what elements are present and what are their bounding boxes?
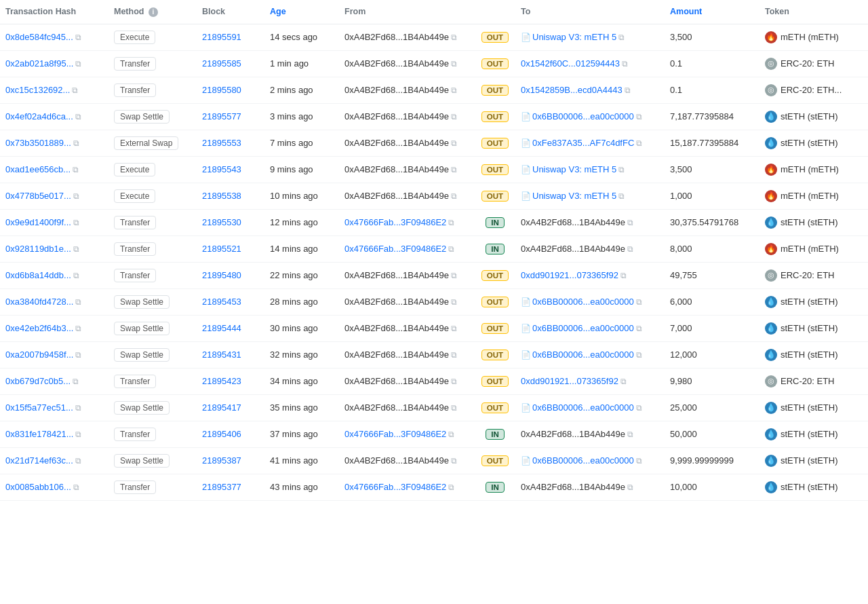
block-link[interactable]: 21895530 [202,217,241,227]
tx-hash-link[interactable]: 0x73b3501889... [5,138,71,148]
block-link[interactable]: 21895521 [202,244,241,254]
to-copy-icon[interactable]: ⧉ [627,483,633,492]
tx-hash-link[interactable]: 0x9e9d1400f9f... [5,217,71,227]
to-copy-icon[interactable]: ⧉ [618,165,625,174]
from-address-link[interactable]: 0x47666Fab...3F09486E2 [344,482,446,492]
block-link[interactable]: 21895387 [202,455,241,466]
tx-hash-link[interactable]: 0x8de584fc945... [5,32,73,42]
from-copy-icon[interactable]: ⧉ [451,191,457,201]
to-address-link[interactable]: Uniswap V3: mETH 5 [532,32,616,42]
tx-hash-copy-icon[interactable]: ⧉ [75,324,81,333]
tx-hash-copy-icon[interactable]: ⧉ [75,59,81,69]
tx-hash-copy-icon[interactable]: ⧉ [73,377,79,386]
tx-hash-link[interactable]: 0x2ab021a8f95... [5,58,73,69]
from-copy-icon[interactable]: ⧉ [451,377,457,386]
tx-hash-link[interactable]: 0x831fe178421... [5,429,73,439]
tx-hash-link[interactable]: 0x4ef02a4d6ca... [5,111,73,121]
block-link[interactable]: 21895406 [202,429,241,439]
to-address-link[interactable]: Uniswap V3: mETH 5 [532,164,616,174]
to-copy-icon[interactable]: ⧉ [636,403,642,413]
from-copy-icon[interactable]: ⧉ [451,324,457,333]
tx-hash-copy-icon[interactable]: ⧉ [73,218,79,227]
tx-hash-copy-icon[interactable]: ⧉ [73,138,79,148]
to-copy-icon[interactable]: ⧉ [625,86,631,95]
block-link[interactable]: 21895377 [202,482,241,492]
tx-hash-copy-icon[interactable]: ⧉ [73,165,79,174]
tx-hash-copy-icon[interactable]: ⧉ [75,456,81,466]
to-copy-icon[interactable]: ⧉ [636,456,642,466]
block-link[interactable]: 21895480 [202,270,241,280]
tx-hash-link[interactable]: 0xd6b8a14ddb... [5,270,71,280]
to-copy-icon[interactable]: ⧉ [636,324,642,333]
tx-hash-copy-icon[interactable]: ⧉ [73,244,79,254]
block-link[interactable]: 21895580 [202,85,241,95]
tx-hash-link[interactable]: 0xc15c132692... [5,85,70,95]
block-link[interactable]: 21895585 [202,58,241,69]
block-link[interactable]: 21895453 [202,297,241,307]
from-copy-icon[interactable]: ⧉ [451,112,457,121]
to-copy-icon[interactable]: ⧉ [622,59,628,69]
tx-hash-link[interactable]: 0x0085abb106... [5,482,71,492]
to-copy-icon[interactable]: ⧉ [636,297,642,307]
from-copy-icon[interactable]: ⧉ [451,403,457,413]
to-address-link[interactable]: 0x6BB00006...ea00c0000 [532,323,634,333]
to-copy-icon[interactable]: ⧉ [618,191,625,201]
from-copy-icon[interactable]: ⧉ [451,271,457,280]
tx-hash-copy-icon[interactable]: ⧉ [75,430,81,439]
tx-hash-link[interactable]: 0x21d714ef63c... [5,455,73,466]
tx-hash-link[interactable]: 0x15f5a77ec51... [5,402,73,413]
to-copy-icon[interactable]: ⧉ [620,377,627,386]
col-header-age[interactable]: Age [264,0,339,24]
block-link[interactable]: 21895417 [202,402,241,413]
from-address-link[interactable]: 0x47666Fab...3F09486E2 [344,217,446,227]
tx-hash-link[interactable]: 0x4778b5e017... [5,191,71,201]
to-copy-icon[interactable]: ⧉ [627,430,633,439]
to-address-link[interactable]: 0x6BB00006...ea00c0000 [532,455,634,466]
block-link[interactable]: 21895538 [202,191,241,201]
from-copy-icon[interactable]: ⧉ [448,244,454,254]
tx-hash-copy-icon[interactable]: ⧉ [73,191,79,201]
tx-hash-link[interactable]: 0xa3840fd4728... [5,297,73,307]
to-copy-icon[interactable]: ⧉ [627,218,633,227]
block-link[interactable]: 21895577 [202,111,241,121]
block-link[interactable]: 21895444 [202,323,241,333]
tx-hash-copy-icon[interactable]: ⧉ [75,403,81,413]
from-copy-icon[interactable]: ⧉ [451,86,457,95]
to-address-link[interactable]: 0xdd901921...073365f92 [521,376,618,386]
block-link[interactable]: 21895431 [202,350,241,360]
tx-hash-link[interactable]: 0xb679d7c0b5... [5,376,71,386]
to-copy-icon[interactable]: ⧉ [636,138,642,148]
to-address-link[interactable]: 0x6BB00006...ea00c0000 [532,111,634,121]
tx-hash-link[interactable]: 0xa2007b9458f... [5,350,73,360]
to-address-link[interactable]: 0x6BB00006...ea00c0000 [532,402,634,413]
block-link[interactable]: 21895543 [202,164,241,174]
to-address-link[interactable]: 0x1542f60C...012594443 [521,58,620,69]
to-copy-icon[interactable]: ⧉ [636,350,642,360]
tx-hash-link[interactable]: 0xe42eb2f64b3... [5,323,73,333]
to-copy-icon[interactable]: ⧉ [636,112,642,121]
from-copy-icon[interactable]: ⧉ [451,33,457,42]
method-info-icon[interactable]: i [149,7,158,17]
tx-hash-copy-icon[interactable]: ⧉ [73,483,79,492]
from-copy-icon[interactable]: ⧉ [451,350,457,360]
to-address-link[interactable]: 0x6BB00006...ea00c0000 [532,297,634,307]
from-address-link[interactable]: 0x47666Fab...3F09486E2 [344,244,446,254]
from-copy-icon[interactable]: ⧉ [451,297,457,307]
tx-hash-copy-icon[interactable]: ⧉ [75,350,81,360]
block-link[interactable]: 21895423 [202,376,241,386]
to-address-link[interactable]: 0xdd901921...073365f92 [521,270,618,280]
from-copy-icon[interactable]: ⧉ [448,218,454,227]
from-address-link[interactable]: 0x47666Fab...3F09486E2 [344,429,446,439]
from-copy-icon[interactable]: ⧉ [451,138,457,148]
tx-hash-copy-icon[interactable]: ⧉ [75,112,81,121]
to-copy-icon[interactable]: ⧉ [618,33,625,42]
tx-hash-copy-icon[interactable]: ⧉ [73,271,79,280]
tx-hash-link[interactable]: 0x928119db1e... [5,244,71,254]
block-link[interactable]: 21895591 [202,32,241,42]
from-copy-icon[interactable]: ⧉ [451,59,457,69]
from-copy-icon[interactable]: ⧉ [451,456,457,466]
tx-hash-link[interactable]: 0xad1ee656cb... [5,164,71,174]
from-copy-icon[interactable]: ⧉ [448,483,454,492]
to-address-link[interactable]: Uniswap V3: mETH 5 [532,191,616,201]
to-address-link[interactable]: 0x6BB00006...ea00c0000 [532,350,634,360]
